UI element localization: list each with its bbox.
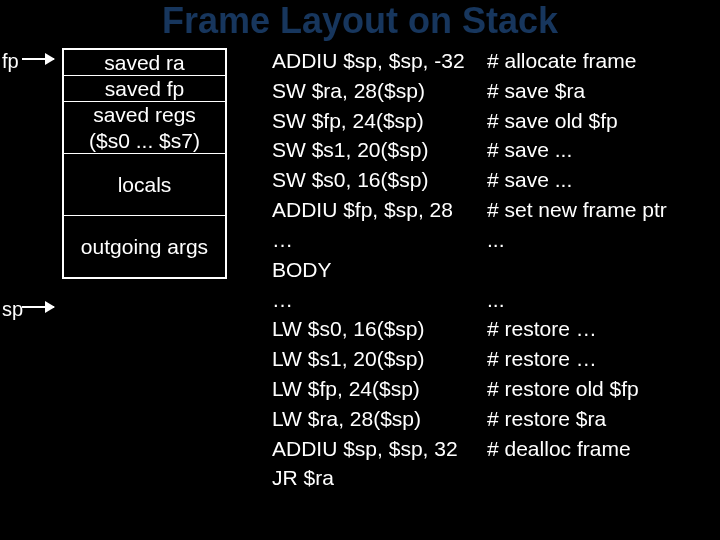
comment: ... — [487, 225, 720, 255]
code-line: JR $ra — [272, 463, 720, 493]
assembly-listing: ADDIU $sp, $sp, -32# allocate frame SW $… — [262, 44, 720, 493]
slide-content: fp sp saved ra saved fp saved regs ($s0 … — [0, 44, 720, 493]
instr: SW $s0, 16($sp) — [272, 165, 487, 195]
comment: # allocate frame — [487, 46, 720, 76]
code-line: LW $s0, 16($sp)# restore … — [272, 314, 720, 344]
comment: # restore old $fp — [487, 374, 720, 404]
code-line: LW $ra, 28($sp)# restore $ra — [272, 404, 720, 434]
comment: # save ... — [487, 135, 720, 165]
comment: # restore … — [487, 344, 720, 374]
stack-cell-locals: locals — [64, 153, 225, 215]
comment — [487, 463, 720, 493]
instr: LW $fp, 24($sp) — [272, 374, 487, 404]
instr: LW $ra, 28($sp) — [272, 404, 487, 434]
code-line: LW $fp, 24($sp)# restore old $fp — [272, 374, 720, 404]
stack-diagram: fp sp saved ra saved fp saved regs ($s0 … — [0, 44, 262, 493]
instr: SW $ra, 28($sp) — [272, 76, 487, 106]
code-line: …... — [272, 285, 720, 315]
comment: # restore $ra — [487, 404, 720, 434]
fp-label: fp — [2, 50, 19, 73]
code-line: SW $fp, 24($sp)# save old $fp — [272, 106, 720, 136]
code-line: SW $s0, 16($sp)# save ... — [272, 165, 720, 195]
instr: SW $fp, 24($sp) — [272, 106, 487, 136]
sp-label: sp — [2, 298, 23, 321]
instr: … — [272, 285, 487, 315]
instr: SW $s1, 20($sp) — [272, 135, 487, 165]
code-line: …... — [272, 225, 720, 255]
saved-regs-text: saved regs — [93, 103, 196, 126]
comment: ... — [487, 285, 720, 315]
code-line: ADDIU $sp, $sp, -32# allocate frame — [272, 46, 720, 76]
stack-cell-outgoing-args: outgoing args — [64, 215, 225, 277]
code-line: SW $ra, 28($sp)# save $ra — [272, 76, 720, 106]
code-line: SW $s1, 20($sp)# save ... — [272, 135, 720, 165]
slide-title: Frame Layout on Stack — [0, 0, 720, 42]
comment: # save $ra — [487, 76, 720, 106]
instr: ADDIU $fp, $sp, 28 — [272, 195, 487, 225]
stack-cell-saved-fp: saved fp — [64, 75, 225, 101]
code-line: ADDIU $fp, $sp, 28# set new frame ptr — [272, 195, 720, 225]
instr: BODY — [272, 255, 487, 285]
stack-cell-saved-regs: saved regs ($s0 ... $s7) — [64, 101, 225, 152]
comment: # set new frame ptr — [487, 195, 720, 225]
instr: LW $s0, 16($sp) — [272, 314, 487, 344]
sp-arrow-icon — [22, 306, 54, 308]
instr: … — [272, 225, 487, 255]
instr: ADDIU $sp, $sp, -32 — [272, 46, 487, 76]
stack-cell-saved-ra: saved ra — [64, 48, 225, 75]
comment: # save old $fp — [487, 106, 720, 136]
instr: LW $s1, 20($sp) — [272, 344, 487, 374]
fp-arrow-icon — [22, 58, 54, 60]
code-line: ADDIU $sp, $sp, 32# dealloc frame — [272, 434, 720, 464]
code-line: BODY — [272, 255, 720, 285]
saved-regs-range: ($s0 ... $s7) — [89, 129, 200, 152]
comment: # restore … — [487, 314, 720, 344]
instr: JR $ra — [272, 463, 487, 493]
code-line: LW $s1, 20($sp)# restore … — [272, 344, 720, 374]
comment: # dealloc frame — [487, 434, 720, 464]
comment — [487, 255, 720, 285]
stack-frame: saved ra saved fp saved regs ($s0 ... $s… — [62, 48, 227, 279]
instr: ADDIU $sp, $sp, 32 — [272, 434, 487, 464]
stack-bottom-border — [64, 277, 225, 279]
comment: # save ... — [487, 165, 720, 195]
